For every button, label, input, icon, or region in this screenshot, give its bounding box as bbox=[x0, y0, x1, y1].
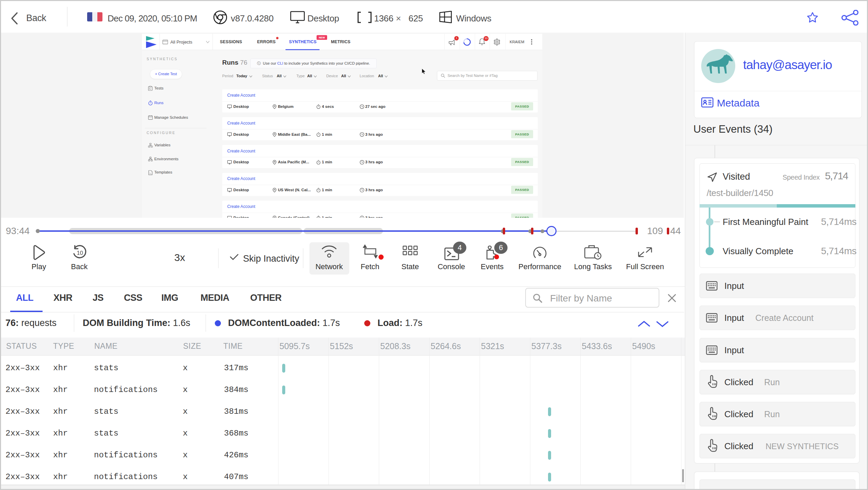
svg-text:10: 10 bbox=[77, 250, 83, 256]
